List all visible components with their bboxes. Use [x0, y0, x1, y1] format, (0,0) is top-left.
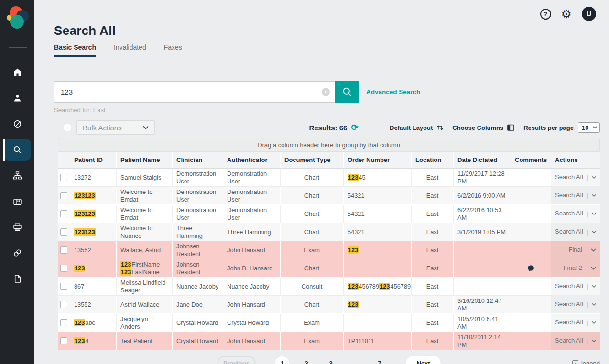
- column-header-document-type[interactable]: Document Type: [281, 152, 344, 168]
- row-checkbox[interactable]: [60, 319, 67, 326]
- cell-content: 123123: [74, 192, 96, 200]
- tab-faxes[interactable]: Faxes: [164, 43, 182, 57]
- chevron-down-icon[interactable]: [592, 176, 596, 179]
- page-ellipsis[interactable]: ...: [348, 356, 362, 364]
- cell-date-dictated: 11/10/2011 2:14 PM: [454, 332, 511, 350]
- row-actions-button[interactable]: Search All|: [551, 278, 600, 295]
- select-all-checkbox[interactable]: [64, 124, 71, 131]
- row-actions-button[interactable]: Search All|: [551, 187, 600, 204]
- column-header-comments[interactable]: Comments: [511, 152, 551, 168]
- row-actions-button[interactable]: Search All|: [551, 169, 600, 186]
- cell-content: Chart: [304, 174, 319, 182]
- tab-invalidated[interactable]: Invalidated: [114, 43, 146, 57]
- row-actions-button[interactable]: Search All|: [551, 296, 600, 313]
- sidebar-item-print[interactable]: [0, 214, 34, 240]
- cell-date-dictated: [454, 241, 511, 259]
- settings-gear-icon[interactable]: ⚙: [561, 9, 572, 20]
- sidebar-item-workflow[interactable]: [0, 162, 34, 188]
- cell-text: 54321: [348, 192, 365, 199]
- row-actions-button[interactable]: Search All|: [551, 205, 600, 223]
- chevron-down-icon[interactable]: [592, 285, 596, 288]
- row-actions-button[interactable]: Search All|: [551, 223, 600, 241]
- chevron-down-icon[interactable]: [592, 212, 596, 215]
- column-header-clinician[interactable]: Clinician: [173, 152, 223, 168]
- action-label: Search All: [555, 337, 583, 344]
- sidebar-item-search[interactable]: [0, 137, 34, 162]
- cell-content: John B. Hansard: [227, 265, 272, 272]
- column-header-actions[interactable]: Actions: [551, 152, 600, 168]
- chevron-down-icon[interactable]: [591, 267, 596, 270]
- cell-content: John Hansard: [227, 301, 265, 309]
- chevron-down-icon[interactable]: [592, 230, 596, 234]
- cell-order-number: 123456789123456789: [344, 278, 412, 295]
- row-checkbox[interactable]: [60, 210, 67, 217]
- results-per-page-select[interactable]: 10: [578, 122, 600, 133]
- legend-button[interactable]: i legend: [572, 360, 600, 364]
- column-header-patient-id[interactable]: Patient ID: [70, 152, 117, 168]
- row-actions-button[interactable]: Final|: [551, 241, 600, 259]
- previous-page-button[interactable]: Previous: [218, 356, 256, 364]
- sidebar-item-home[interactable]: [0, 59, 34, 85]
- chevron-down-icon[interactable]: [592, 339, 596, 343]
- user-avatar[interactable]: U: [582, 7, 596, 21]
- cell-content: Welcome to Emdat: [120, 206, 168, 222]
- cell-content: Jacquelyn Anders: [120, 315, 168, 331]
- tab-basic-search[interactable]: Basic Search: [54, 43, 96, 57]
- clear-search-icon[interactable]: ✕: [322, 88, 330, 96]
- advanced-search-link[interactable]: Advanced Search: [366, 88, 420, 96]
- chevron-down-icon[interactable]: [591, 248, 596, 252]
- page-number-7[interactable]: 7: [373, 356, 387, 364]
- choose-columns-button[interactable]: Choose Columns: [452, 124, 515, 131]
- search-match-highlight: 123: [120, 261, 131, 268]
- column-header-order-number[interactable]: Order Number: [344, 152, 412, 168]
- chevron-down-icon[interactable]: [592, 194, 596, 197]
- row-checkbox[interactable]: [60, 174, 67, 181]
- chevron-down-icon[interactable]: [592, 321, 596, 324]
- cell-document-type: Chart: [281, 296, 344, 313]
- cell-content: Demonstration User: [176, 206, 219, 222]
- search-input[interactable]: [54, 81, 335, 103]
- next-page-button[interactable]: Next: [406, 356, 441, 364]
- page-number-1[interactable]: 1: [275, 356, 289, 364]
- cell-content: East: [426, 192, 439, 200]
- cell-location: East: [412, 278, 454, 295]
- cell-authenticator: Nuance Jacoby: [223, 278, 281, 295]
- sidebar-item-fax[interactable]: [0, 188, 34, 214]
- row-actions-button[interactable]: Search All|: [551, 314, 600, 332]
- help-icon[interactable]: ?: [540, 9, 551, 20]
- cell-document-type: Chart: [281, 259, 344, 277]
- cell-content: 54321: [348, 210, 365, 218]
- magnifier-icon: [342, 86, 353, 97]
- chevron-down-icon[interactable]: [592, 303, 596, 306]
- search-match-highlight: 123: [348, 246, 359, 254]
- sidebar-item-links[interactable]: [0, 240, 34, 266]
- column-header-location[interactable]: Location: [412, 152, 454, 168]
- user-icon: [4, 87, 31, 109]
- cell-patient-name: Wallace, Astrid: [117, 241, 173, 259]
- column-header-date-dictated[interactable]: Date Dictated: [454, 152, 511, 168]
- bulk-actions-label: Bulk Actions: [83, 124, 122, 132]
- bulk-actions-dropdown[interactable]: Bulk Actions: [76, 120, 155, 135]
- sidebar-item-dashboard[interactable]: [0, 111, 34, 137]
- row-checkbox[interactable]: [60, 265, 67, 272]
- row-actions-button[interactable]: Search All|: [551, 332, 600, 350]
- row-checkbox[interactable]: [60, 228, 67, 236]
- search-button[interactable]: [335, 81, 359, 103]
- column-header-authenticator[interactable]: Authenticator: [223, 152, 281, 168]
- column-header-patient-name[interactable]: Patient Name: [117, 152, 173, 168]
- refresh-icon[interactable]: ⟳: [351, 124, 358, 131]
- row-checkbox[interactable]: [60, 192, 67, 199]
- row-checkbox[interactable]: [60, 283, 67, 290]
- page-number-3[interactable]: 3: [324, 356, 338, 364]
- page-number-2[interactable]: 2: [300, 356, 314, 364]
- sidebar-item-users[interactable]: [0, 85, 34, 111]
- comment-bubble-icon[interactable]: [527, 265, 535, 272]
- row-checkbox-cell: [58, 314, 70, 332]
- row-actions-button[interactable]: Final 2|: [551, 259, 600, 277]
- sidebar-item-documents[interactable]: [0, 266, 34, 291]
- row-checkbox[interactable]: [60, 337, 67, 344]
- row-checkbox[interactable]: [60, 246, 67, 254]
- cell-text: 3/1/2019 1:05 PM: [457, 228, 506, 236]
- default-layout-button[interactable]: Default Layout: [390, 124, 444, 131]
- row-checkbox[interactable]: [60, 301, 67, 308]
